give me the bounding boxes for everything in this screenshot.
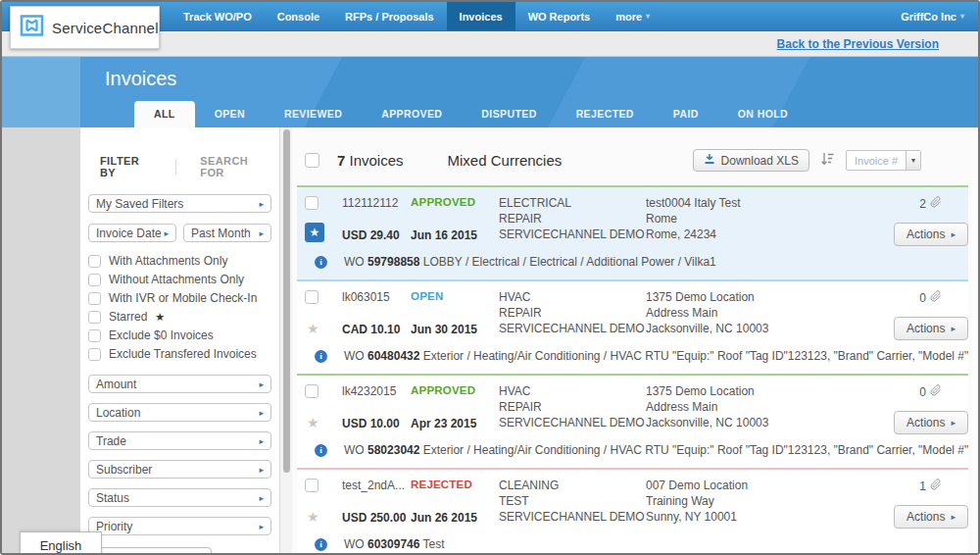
checkbox[interactable] xyxy=(88,348,101,361)
tab-open[interactable]: OPEN xyxy=(195,101,265,127)
info-icon[interactable]: i xyxy=(315,444,327,457)
account-menu[interactable]: GriffCo Inc▾ xyxy=(901,2,978,30)
attachment-count: 0 xyxy=(919,290,942,305)
scrollbar-thumb[interactable] xyxy=(283,129,290,473)
invoice-row[interactable]: ★ test_2ndA... USD 250.00 REJECTED Jun 2… xyxy=(297,468,968,553)
select-all-checkbox[interactable] xyxy=(305,153,319,168)
subscriber-dropdown[interactable]: Subscriber▸ xyxy=(88,460,271,479)
invoice-row[interactable]: ★ lk4232015 USD 10.00 APPROVED Apr 23 20… xyxy=(297,374,968,468)
nav-item-rfps-proposals[interactable]: RFPs / Proposals xyxy=(332,2,446,30)
checkbox[interactable] xyxy=(88,292,101,305)
star-toggle-icon[interactable]: ★ xyxy=(305,223,324,242)
actions-button[interactable]: Actions▸ xyxy=(894,411,968,434)
trade-column: CLEANINGTESTSERVICECHANNEL DEMO xyxy=(499,478,646,529)
info-icon[interactable]: i xyxy=(315,256,327,269)
amount-dropdown[interactable]: Amount▸ xyxy=(88,375,271,393)
tab-all[interactable]: ALL xyxy=(134,101,195,127)
invoice-number: 112112112 xyxy=(342,196,411,210)
nav-item-wo-reports[interactable]: WO Reports xyxy=(515,2,604,30)
tab-disputed[interactable]: DISPUTED xyxy=(462,101,556,127)
invoice-row[interactable]: ★ lk063015 CAD 10.10 OPEN Jun 30 2015 HV… xyxy=(297,279,968,374)
attachment-count: 0 xyxy=(919,384,942,399)
invoice-date: Jun 26 2015 xyxy=(411,511,499,525)
checkbox-starred[interactable]: Starred ★ xyxy=(88,310,271,324)
attachment-count: 1 xyxy=(919,479,942,493)
info-icon[interactable]: i xyxy=(315,350,327,363)
download-xls-button[interactable]: Download XLS xyxy=(693,149,809,172)
invoice-date: Jun 30 2015 xyxy=(411,323,499,336)
work-order-summary: WO 58023042 Exterior / Heating/Air Condi… xyxy=(344,443,968,457)
row-checkbox[interactable] xyxy=(305,196,318,210)
actions-button[interactable]: Actions▸ xyxy=(894,505,968,529)
edit-filters-link[interactable]: Edit Filters xyxy=(223,551,271,555)
row-checkbox[interactable] xyxy=(305,384,318,398)
work-order-summary: WO 60480432 Exterior / Heating/Air Condi… xyxy=(344,349,968,363)
work-order-summary: WO 60309746 Test xyxy=(344,537,445,551)
checkbox-with-attachments[interactable]: With Attachments Only xyxy=(88,254,271,268)
actions-button[interactable]: Actions▸ xyxy=(894,317,968,340)
priority-dropdown[interactable]: Priority▸ xyxy=(88,517,271,535)
chevron-right-icon: ▸ xyxy=(951,229,956,239)
logo-text: ServiceChannel xyxy=(52,20,159,36)
paperclip-icon xyxy=(930,196,942,211)
chevron-right-icon: ▸ xyxy=(259,493,264,503)
content-area: FILTER BY SEARCH FOR My Saved Filters▸ I… xyxy=(2,127,978,553)
invoice-row[interactable]: ★ 112112112 USD 29.40 APPROVED Jun 16 20… xyxy=(297,185,968,279)
filter-by-tab[interactable]: FILTER BY xyxy=(100,155,152,178)
logo[interactable]: ServiceChannel xyxy=(10,6,160,49)
paperclip-icon xyxy=(930,384,942,399)
invoice-count: 7 Invoices xyxy=(337,152,404,169)
back-to-previous-version-link[interactable]: Back to the Previous Version xyxy=(777,37,939,51)
invoice-date-dropdown[interactable]: Invoice Date▸ xyxy=(88,224,176,242)
star-toggle-icon[interactable]: ★ xyxy=(307,415,319,430)
row-checkbox[interactable] xyxy=(305,290,318,304)
star-toggle-icon[interactable]: ★ xyxy=(307,509,319,525)
tab-on-hold[interactable]: ON HOLD xyxy=(718,101,808,127)
location-column: 1375 Demo LocationAddress MainJacksonvil… xyxy=(646,289,810,340)
checkbox-exclude-transfered[interactable]: Exclude Transfered Invoices xyxy=(88,347,271,361)
checkbox-ivr-mobile-checkin[interactable]: With IVR or Mobile Check-In xyxy=(88,291,271,305)
tab-paid[interactable]: PAID xyxy=(654,101,718,127)
trade-dropdown[interactable]: Trade▸ xyxy=(88,431,271,450)
nav-item-track-wopo[interactable]: Track WO/PO xyxy=(171,2,265,30)
chevron-right-icon: ▸ xyxy=(259,408,264,418)
checkbox-without-attachments[interactable]: Without Attachments Only xyxy=(88,273,271,286)
tab-reviewed[interactable]: REVIEWED xyxy=(265,101,362,127)
date-range-dropdown[interactable]: Past Month▸ xyxy=(183,224,271,242)
star-toggle-icon[interactable]: ★ xyxy=(307,321,319,336)
search-for-tab[interactable]: SEARCH FOR xyxy=(200,155,268,178)
sort-order-icon[interactable] xyxy=(820,151,835,171)
row-checkbox[interactable] xyxy=(305,479,318,492)
info-icon[interactable]: i xyxy=(315,538,327,551)
location-dropdown[interactable]: Location▸ xyxy=(88,403,271,422)
invoice-list-panel: 7 Invoices Mixed Currencies Download XLS xyxy=(292,127,978,553)
chevron-down-icon: ▾ xyxy=(646,12,650,21)
language-selector[interactable]: English xyxy=(20,531,102,555)
status-dropdown[interactable]: Status▸ xyxy=(88,488,271,507)
status-badge: APPROVED xyxy=(411,384,499,396)
invoice-date: Apr 23 2015 xyxy=(411,417,499,430)
nav-menu: Track WO/PO Console RFPs / Proposals Inv… xyxy=(171,2,662,30)
my-saved-filters-dropdown[interactable]: My Saved Filters▸ xyxy=(88,194,271,213)
checkbox[interactable] xyxy=(88,255,101,268)
chevron-right-icon: ▸ xyxy=(259,436,264,446)
sidebar-scrollbar[interactable] xyxy=(279,127,292,553)
nav-item-more[interactable]: more▾ xyxy=(603,2,662,30)
invoice-amount: USD 10.00 xyxy=(342,417,411,430)
checkbox[interactable] xyxy=(88,329,101,342)
nav-item-invoices[interactable]: Invoices xyxy=(447,2,515,30)
checkbox[interactable] xyxy=(88,274,101,286)
invoice-number: lk4232015 xyxy=(342,384,411,398)
attachment-count: 2 xyxy=(919,196,942,211)
tab-approved[interactable]: APPROVED xyxy=(362,101,462,127)
nav-item-console[interactable]: Console xyxy=(265,2,332,30)
save-current-filter-button[interactable]: Save Current Filter xyxy=(88,547,212,555)
trade-column: HVACREPAIRSERVICECHANNEL DEMO xyxy=(499,289,646,340)
tab-rejected[interactable]: REJECTED xyxy=(557,101,654,127)
sort-field-select[interactable]: Invoice # ▼ xyxy=(846,150,921,171)
checkbox-exclude-zero-invoices[interactable]: Exclude $0 Invoices xyxy=(88,328,271,342)
chevron-right-icon: ▸ xyxy=(164,228,169,238)
checkbox[interactable] xyxy=(88,311,101,324)
actions-button[interactable]: Actions▸ xyxy=(894,223,968,246)
currency-note: Mixed Currencies xyxy=(448,152,563,169)
